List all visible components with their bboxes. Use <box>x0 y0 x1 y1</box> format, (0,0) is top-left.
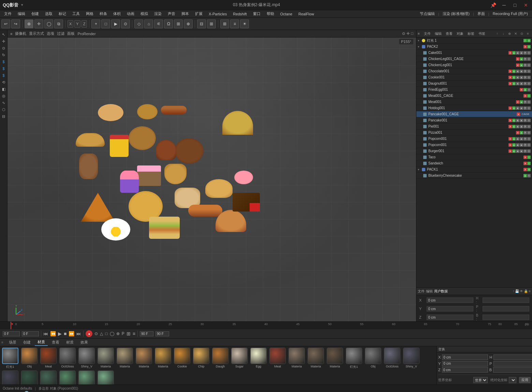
render-icon[interactable]: ▲ <box>512 149 516 153</box>
tag-icon-4[interactable]: • <box>527 76 531 79</box>
x-position-input[interactable] <box>427 297 473 303</box>
tp-b-input[interactable] <box>493 367 532 373</box>
tl-extra-5[interactable]: ⊕ <box>116 331 120 336</box>
vis-icon[interactable]: ● <box>516 57 519 61</box>
move-tool[interactable]: ✛ <box>1 38 7 44</box>
menu-mesh[interactable]: 网格 <box>83 11 96 17</box>
material-item[interactable]: Materia <box>1 371 19 384</box>
tag-icon-4[interactable]: • <box>527 82 531 85</box>
material-item[interactable]: Materia <box>20 371 38 384</box>
attr-action-eye[interactable]: 👁 <box>520 289 523 293</box>
viewport-layout-2[interactable]: ⊞ <box>207 19 216 28</box>
render-icon[interactable]: ▲ <box>512 106 516 110</box>
rotate-tool[interactable]: ↻ <box>1 52 7 58</box>
weight-tool[interactable]: $ <box>1 66 7 72</box>
render-icon[interactable]: ▲ <box>520 100 523 104</box>
polygon-tool[interactable]: ⬡ <box>1 106 7 113</box>
layer-tab-tags[interactable]: 标签 <box>466 31 476 37</box>
material-item[interactable]: Materia <box>116 348 134 369</box>
ik-tool[interactable]: ⟲ <box>1 79 7 85</box>
material-item[interactable]: Egg <box>250 348 267 369</box>
tp-apply-button[interactable]: 应用 <box>519 377 531 383</box>
material-item[interactable]: 灯光1 <box>345 348 363 369</box>
list-item[interactable]: ▾ PACK2 ● ● <box>416 44 532 50</box>
next-frame-button[interactable]: ⏩ <box>69 331 74 336</box>
end-frame-input[interactable] <box>140 331 153 336</box>
menu-file[interactable]: 文件 <box>1 11 14 17</box>
vis-icon[interactable]: ✓ <box>523 39 527 42</box>
tl-extra-3[interactable]: □ <box>105 331 107 336</box>
material-item[interactable]: Materia <box>97 371 115 384</box>
render-icon[interactable]: ● <box>527 45 531 48</box>
list-item[interactable]: Pizza001 ● ▲ ✕ • <box>416 130 532 136</box>
menu-redshift[interactable]: Redshift <box>230 11 249 17</box>
tag-icon-3[interactable]: ✕ <box>523 119 527 122</box>
viewport-prorender[interactable]: ProRender <box>77 32 95 36</box>
filter-button[interactable]: ≡ <box>230 19 239 28</box>
tag-icon-1[interactable]: ▲ <box>516 125 519 128</box>
tag-icon-2[interactable]: ▲ <box>520 82 523 85</box>
list-item[interactable]: BlueberryCheesecake ▲ • <box>416 173 532 179</box>
stop-button[interactable]: ■ <box>64 331 66 336</box>
vis-icon[interactable]: ● <box>508 137 512 141</box>
material-item[interactable]: Sugar <box>231 348 248 369</box>
tag-icon-1[interactable]: ▲ <box>516 76 519 79</box>
tag-icon-3[interactable]: ✕ <box>523 149 527 153</box>
3d-viewport[interactable]: X Y Z P155° <box>8 38 416 321</box>
material-item[interactable]: Materia <box>154 348 172 369</box>
tl-extra-6[interactable]: P <box>122 331 124 336</box>
tag-icon-4[interactable]: • <box>527 70 531 73</box>
render-icon[interactable]: ▲ <box>520 131 523 134</box>
menu-window[interactable]: 窗口 <box>250 11 263 17</box>
tag-icon-4[interactable]: • <box>527 106 531 110</box>
record-button[interactable]: ● <box>86 330 92 337</box>
vis-icon[interactable]: ● <box>508 76 512 79</box>
tag-icon-3[interactable]: ✕ <box>523 76 527 79</box>
tag-icon-1[interactable]: ✕ <box>523 100 527 104</box>
render-icon[interactable]: • <box>527 162 531 165</box>
list-item[interactable]: ▾ 灯光 1 ✓ ● <box>416 38 532 44</box>
menu-realflow[interactable]: RealFlow <box>296 11 317 17</box>
light-button[interactable]: ☀ <box>240 19 249 28</box>
viewport-layout-1[interactable]: ⊟ <box>197 19 206 28</box>
vis-icon[interactable]: ● <box>508 149 512 153</box>
tag-icon-2[interactable]: ▲ <box>520 76 523 79</box>
tag-icon-4[interactable]: • <box>527 149 531 153</box>
vis-icon[interactable]: ● <box>508 125 512 128</box>
tag-icon-1[interactable]: • <box>527 88 531 91</box>
tag-icon-2[interactable]: ▲ <box>520 149 523 153</box>
bottom-tab-create[interactable]: 创建 <box>20 339 33 346</box>
menu-tools[interactable]: 工具 <box>70 11 83 17</box>
bottom-tab-view[interactable]: 查看 <box>49 339 62 346</box>
render-icon[interactable]: ▲ <box>512 125 516 128</box>
viewport-display[interactable]: 显示方式 <box>29 31 44 36</box>
viewport-camera[interactable]: 摄像机 <box>15 31 26 36</box>
current-frame-input2[interactable] <box>22 331 39 336</box>
menu-sim[interactable]: 模拟 <box>138 11 151 17</box>
frame-button[interactable]: ▶ <box>111 19 120 28</box>
menu-select[interactable]: 选取 <box>42 11 55 17</box>
prev-frame-button[interactable]: ⏪ <box>50 331 56 336</box>
extrude-tool[interactable]: ⊟ <box>1 113 7 119</box>
z-position-input[interactable] <box>427 315 473 320</box>
layer-tab-objects[interactable]: 对象 <box>455 31 465 37</box>
bottom-tab-material[interactable]: 材质 <box>35 339 48 346</box>
tag-icon-2[interactable]: ▲ <box>520 137 523 141</box>
vis-icon[interactable]: ● <box>516 100 519 104</box>
material-item[interactable]: OctGloss <box>383 348 401 369</box>
list-item[interactable]: Pie001 ● ▲ ▲ ▲ ✕ • <box>416 124 532 130</box>
list-item[interactable]: FriedEgg001 ● ▲ • <box>416 87 532 93</box>
list-item[interactable]: ChickenLeg001_CAGE ● ▲ ✕ • <box>416 56 532 62</box>
viewport-filter[interactable]: 过滤 <box>57 31 64 36</box>
viewport-icons-2[interactable]: ✛ <box>407 31 410 36</box>
render-icon[interactable]: ▲ <box>512 119 516 122</box>
tag-icon-1[interactable]: ✕ <box>523 131 527 134</box>
list-item[interactable]: Chocolate001 ● ▲ ▲ ▲ ✕ • <box>416 68 532 74</box>
layer-action-1[interactable]: ↑ <box>494 31 500 37</box>
list-item[interactable]: Burger001 ● ▲ ▲ ▲ ✕ • <box>416 148 532 154</box>
tag-icon-2[interactable]: ▲ <box>520 70 523 73</box>
tag-icon-4[interactable]: • <box>527 51 531 55</box>
vis-icon[interactable]: ▲ <box>523 174 527 177</box>
render-icon[interactable]: ▲ <box>512 143 516 147</box>
add-button[interactable]: + <box>91 19 100 28</box>
